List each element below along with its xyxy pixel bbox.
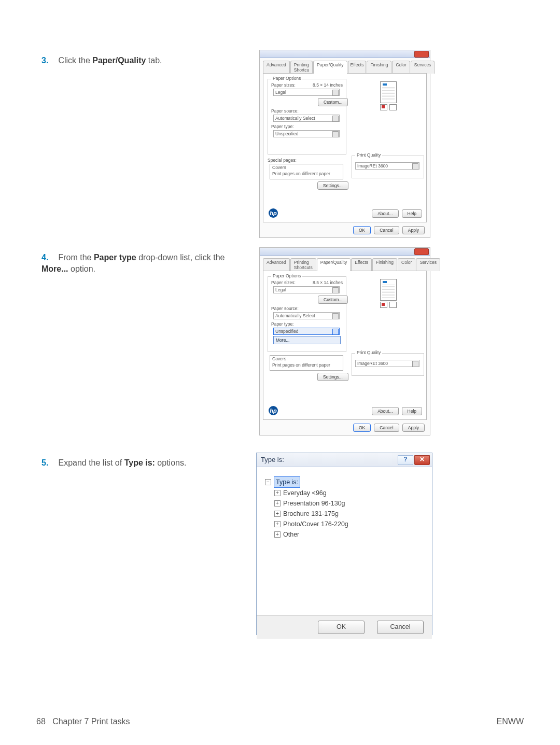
tree-node-photo-cover[interactable]: + Photo/Cover 176-220g — [274, 519, 424, 529]
paper-sizes-dim: 8.5 × 14 inches — [313, 82, 343, 88]
settings-button[interactable]: Settings... — [317, 181, 348, 190]
step-4-number: 4. — [41, 252, 56, 263]
help-icon[interactable]: ? — [398, 455, 413, 465]
step-5: 5. Expand the list of Type is: options. — [41, 457, 239, 469]
hp-logo: hp — [269, 208, 278, 218]
close-icon[interactable] — [414, 248, 429, 255]
print-quality-group: Print Quality ImageREt 3600 — [352, 156, 424, 178]
ok-button[interactable]: OK — [353, 226, 371, 234]
step-3-number: 3. — [41, 55, 56, 66]
cancel-button[interactable]: Cancel — [374, 424, 399, 432]
list-item[interactable]: Covers — [270, 164, 343, 171]
tab-effects[interactable]: Effects — [351, 258, 372, 271]
ok-button[interactable]: OK — [353, 424, 371, 432]
custom-button[interactable]: Custom... — [318, 296, 348, 304]
tab-effects[interactable]: Effects — [348, 61, 367, 74]
print-quality-legend: Print Quality — [355, 350, 382, 355]
tab-row: Advanced Printing Shortcuts Paper/Qualit… — [260, 256, 430, 271]
apply-button[interactable]: Apply — [402, 226, 425, 234]
list-item[interactable]: Print pages on different paper — [270, 362, 343, 368]
paper-size-select[interactable]: Legal — [273, 89, 340, 96]
about-button[interactable]: About... — [372, 209, 398, 218]
tree-root[interactable]: − Type is: — [265, 476, 424, 488]
hp-logo: hp — [269, 406, 278, 415]
tree-node-everyday[interactable]: + Everyday <96g — [274, 488, 424, 498]
step-3-text: Click the Paper/Quality tab. — [58, 56, 162, 65]
list-item[interactable]: Covers — [270, 356, 343, 362]
special-pages-list[interactable]: Covers Print pages on different paper — [270, 164, 343, 179]
typeis-titlebar: Type is: ? ✕ — [257, 453, 432, 467]
page-preview — [372, 276, 410, 310]
about-button[interactable]: About... — [372, 407, 398, 415]
tab-finishing[interactable]: Finishing — [372, 258, 397, 271]
paper-source-label: Paper source: — [271, 108, 299, 114]
tab-row: Advanced Printing Shortcu Paper/Quality … — [260, 58, 430, 73]
special-pages-group: Special pages: Covers Print pages on dif… — [268, 158, 345, 192]
window-titlebar — [260, 50, 430, 58]
tab-advanced[interactable]: Advanced — [263, 61, 290, 74]
tree-node-label: Photo/Cover 176-220g — [283, 519, 348, 529]
apply-button[interactable]: Apply — [402, 424, 425, 432]
custom-button[interactable]: Custom... — [318, 98, 348, 106]
screenshot-step3: Advanced Printing Shortcu Paper/Quality … — [259, 50, 430, 238]
step-4-text: From the Paper type drop-down list, clic… — [41, 253, 225, 273]
tab-color[interactable]: Color — [398, 258, 415, 271]
step-3: 3. Click the Paper/Quality tab. — [41, 55, 239, 66]
expand-icon[interactable]: + — [274, 521, 281, 527]
collapse-icon[interactable]: − — [265, 479, 271, 485]
paper-type-dropdown-option-more[interactable]: More... — [273, 336, 341, 344]
tab-shortcuts[interactable]: Printing Shortcu — [290, 61, 313, 74]
tab-services[interactable]: Services — [411, 61, 435, 74]
tab-body: Paper Options Paper sizes: 8.5 × 14 inch… — [263, 73, 427, 222]
tree-node-brochure[interactable]: + Brochure 131-175g — [274, 509, 424, 519]
special-pages-list[interactable]: Covers Print pages on different paper — [270, 355, 343, 371]
print-quality-select[interactable]: ImageREt 3600 — [355, 162, 419, 170]
chapter-title: Chapter 7 Print tasks — [52, 717, 130, 726]
tab-shortcuts[interactable]: Printing Shortcuts — [290, 258, 316, 271]
paper-source-label: Paper source: — [271, 306, 299, 311]
close-icon[interactable] — [414, 51, 429, 58]
expand-icon[interactable]: + — [274, 500, 281, 507]
tab-advanced[interactable]: Advanced — [263, 258, 290, 271]
paper-source-select[interactable]: Automatically Select — [273, 312, 340, 319]
step-4: 4. From the Paper type drop-down list, c… — [41, 252, 249, 275]
close-icon[interactable]: ✕ — [414, 455, 430, 465]
paper-type-label: Paper type: — [271, 124, 293, 129]
paper-options-legend: Paper Options — [271, 76, 302, 81]
tab-finishing[interactable]: Finishing — [367, 61, 391, 74]
tab-color[interactable]: Color — [392, 61, 410, 74]
page-number: 68 — [36, 717, 46, 726]
paper-sizes-dim: 8.5 × 14 inches — [313, 280, 343, 285]
expand-icon[interactable]: + — [274, 531, 281, 538]
screenshot-step5-typeis-dialog: Type is: ? ✕ − Type is: + Everyday <96g … — [256, 453, 432, 635]
help-button[interactable]: Help — [402, 209, 422, 218]
tree-node-label: Everyday <96g — [283, 488, 327, 498]
tab-paper-quality[interactable]: Paper/Quality — [313, 61, 347, 74]
tab-services[interactable]: Services — [416, 258, 440, 271]
typeis-title: Type is: — [261, 456, 284, 463]
window-titlebar — [260, 248, 430, 256]
paper-options-group: Paper Options Paper sizes: 8.5 × 14 inch… — [268, 79, 346, 154]
print-quality-select[interactable]: ImageREt 3600 — [355, 360, 419, 367]
help-button[interactable]: Help — [402, 407, 422, 415]
list-item[interactable]: Print pages on different paper — [270, 171, 343, 177]
cancel-button[interactable]: Cancel — [374, 226, 399, 234]
tree-node-other[interactable]: + Other — [274, 529, 424, 540]
ok-button[interactable]: OK — [318, 621, 365, 634]
expand-icon[interactable]: + — [274, 490, 281, 496]
paper-type-select[interactable]: Unspecified — [273, 328, 340, 335]
settings-button[interactable]: Settings... — [317, 373, 348, 381]
cancel-button[interactable]: Cancel — [377, 621, 424, 634]
tab-paper-quality[interactable]: Paper/Quality — [317, 258, 351, 271]
step-5-text: Expand the list of Type is: options. — [58, 458, 186, 467]
type-tree: − Type is: + Everyday <96g + Presentatio… — [265, 476, 424, 540]
paper-size-select[interactable]: Legal — [273, 286, 340, 293]
tree-node-presentation[interactable]: + Presentation 96-130g — [274, 498, 424, 509]
page-footer-left: 68 Chapter 7 Print tasks — [36, 717, 130, 726]
screenshot-step4: Advanced Printing Shortcuts Paper/Qualit… — [259, 247, 430, 435]
print-quality-group: Print Quality ImageREt 3600 — [352, 353, 424, 376]
expand-icon[interactable]: + — [274, 511, 281, 517]
paper-type-select[interactable]: Unspecified — [273, 130, 340, 137]
tree-node-label: Other — [283, 529, 299, 540]
paper-source-select[interactable]: Automatically Select — [273, 115, 340, 122]
